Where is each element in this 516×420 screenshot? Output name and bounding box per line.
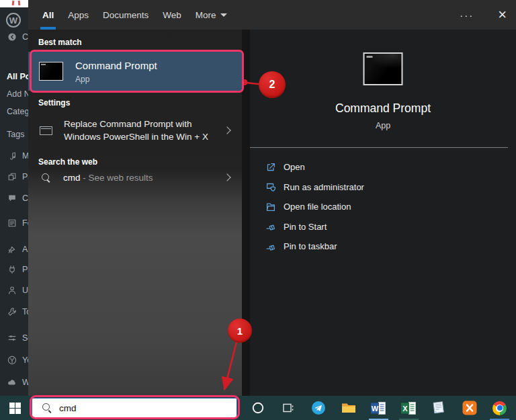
wp-item-tags[interactable]: Tags xyxy=(0,127,28,142)
preview-title: Command Prompt xyxy=(250,101,516,116)
task-view-icon xyxy=(282,401,295,415)
more-options-icon[interactable]: ··· xyxy=(450,9,483,21)
svg-text:X: X xyxy=(402,404,408,412)
preview-panel: Command Prompt App Open Run as administr… xyxy=(250,30,516,396)
wp-item-users[interactable]: Us xyxy=(0,283,28,298)
wp-item-yoast[interactable]: Yo xyxy=(0,353,28,368)
action-icon xyxy=(265,161,277,173)
page-behind-top-strip xyxy=(0,0,28,7)
wp-item-categories[interactable]: Categ xyxy=(0,104,28,119)
wp-item-feedback[interactable]: Fe xyxy=(0,216,28,230)
wordpress-menu: All Po Add N Categ Tags xyxy=(0,30,28,396)
action-icon xyxy=(265,220,277,233)
action-open-file-location[interactable]: Open file location xyxy=(250,197,516,217)
wp-item-add-new[interactable]: Add N xyxy=(0,87,28,101)
action-open[interactable]: Open xyxy=(250,157,516,177)
preview-divider xyxy=(250,147,508,148)
wp-item-appearance[interactable]: A xyxy=(0,242,28,257)
word-icon: W xyxy=(371,402,386,415)
windows-logo-icon xyxy=(9,403,21,414)
wp-menu-icon xyxy=(7,285,17,296)
notepad-icon xyxy=(432,401,446,415)
wp-menu-icon xyxy=(7,306,17,317)
action-pin-to-taskbar[interactable]: Pin to taskbar xyxy=(250,237,516,257)
wordpress-sidebar: W All Po Add N Categ xyxy=(0,7,28,396)
settings-result-line2: Windows PowerShell in the Win + X xyxy=(64,130,208,143)
annotation-box-best-match xyxy=(30,50,244,93)
task-view-button[interactable] xyxy=(273,396,303,420)
wp-item-comments[interactable]: C xyxy=(0,191,28,206)
wp-menu-icon xyxy=(7,193,17,204)
web-query-suffix: - See web results xyxy=(81,173,153,183)
cortana-icon xyxy=(251,401,265,415)
wp-menu-icon xyxy=(7,333,17,343)
wp-menu-icon xyxy=(7,151,17,161)
chrome-icon xyxy=(492,401,507,415)
wp-item-all-posts[interactable]: All Po xyxy=(0,69,28,84)
action-icon xyxy=(265,201,277,213)
svg-text:W: W xyxy=(372,404,379,412)
wp-item-wp-cloud[interactable]: W xyxy=(0,375,28,390)
wordpress-logo-icon[interactable]: W xyxy=(6,13,21,28)
annotation-step-1-badge: 1 xyxy=(228,319,252,343)
notepad-button[interactable] xyxy=(424,396,454,420)
start-button[interactable] xyxy=(0,396,30,420)
settings-result-line1: Replace Command Prompt with xyxy=(64,118,208,130)
wp-item-settings[interactable]: Se xyxy=(0,331,28,345)
web-query: cmd xyxy=(63,173,81,183)
wp-item-pages[interactable]: Pa xyxy=(0,169,28,184)
best-match-section-label: Best match xyxy=(38,38,82,47)
excel-button[interactable]: X xyxy=(394,396,424,420)
taskbar-icons: W X xyxy=(243,396,515,420)
wp-item-collapse-menu[interactable]: C xyxy=(0,30,28,44)
wp-menu-icon xyxy=(7,218,17,228)
tab-apps[interactable]: Apps xyxy=(68,0,89,30)
tab-web[interactable]: Web xyxy=(163,0,181,30)
flyout-controls: ··· × xyxy=(450,0,516,30)
settings-result[interactable]: Replace Command Prompt with Windows Powe… xyxy=(28,114,242,146)
xampp-icon xyxy=(462,401,477,415)
wp-menu-icon xyxy=(7,244,17,255)
action-icon xyxy=(265,241,277,253)
telegram-icon xyxy=(311,401,326,415)
cortana-button[interactable] xyxy=(243,396,273,420)
wp-menu-icon xyxy=(7,355,17,366)
file-explorer-button[interactable] xyxy=(333,396,363,420)
word-button[interactable]: W xyxy=(363,396,394,420)
wp-menu-icon xyxy=(7,171,17,182)
web-search-result[interactable]: cmd - See web results xyxy=(28,167,242,189)
action-run-as-admin[interactable]: Run as administrator xyxy=(250,177,516,198)
chevron-down-icon xyxy=(220,13,227,17)
tab-more[interactable]: More xyxy=(196,0,227,30)
wp-item-media[interactable]: M xyxy=(0,149,28,163)
preview-actions: Open Run as administrator Open file loca… xyxy=(250,157,516,257)
close-icon[interactable]: × xyxy=(488,0,516,30)
screen: W All Po Add N Categ xyxy=(0,0,516,420)
action-icon xyxy=(265,181,277,193)
preview-subtitle: App xyxy=(250,121,516,130)
web-section-label: Search the web xyxy=(38,157,97,167)
annotation-box-search xyxy=(30,395,240,419)
tab-all[interactable]: All xyxy=(42,0,54,30)
wp-menu-icon xyxy=(7,377,17,388)
wp-menu-icon xyxy=(7,32,17,42)
winx-settings-icon xyxy=(40,126,52,135)
search-icon xyxy=(41,173,52,183)
wp-item-tools[interactable]: To xyxy=(0,304,28,319)
telegram-button[interactable] xyxy=(303,396,333,420)
wp-menu-icon xyxy=(7,264,17,275)
wp-item-plugins[interactable]: Pl xyxy=(0,262,28,277)
xampp-button[interactable] xyxy=(454,396,484,420)
annotation-step-2-badge: 2 xyxy=(259,71,286,98)
settings-section-label: Settings xyxy=(38,98,70,108)
action-pin-to-start[interactable]: Pin to Start xyxy=(250,217,516,237)
command-prompt-icon-large xyxy=(363,52,403,85)
search-tabbar: All Apps Documents Web xyxy=(28,0,516,30)
file-explorer-icon xyxy=(341,402,356,414)
excel-icon: X xyxy=(401,402,417,415)
chrome-button[interactable] xyxy=(484,396,515,420)
tab-documents[interactable]: Documents xyxy=(103,0,148,30)
